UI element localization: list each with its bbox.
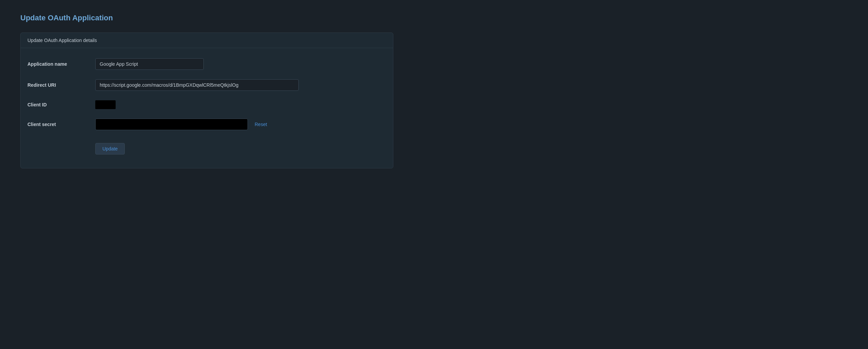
client-secret-input[interactable]	[95, 119, 248, 130]
page-title: Update OAuth Application	[20, 14, 848, 22]
app-name-input[interactable]	[95, 58, 204, 70]
redirect-uri-input[interactable]	[95, 79, 299, 91]
update-button[interactable]: Update	[95, 143, 125, 155]
client-id-redacted	[95, 100, 116, 109]
app-name-label: Application name	[27, 61, 95, 67]
client-id-row: Client ID	[27, 100, 386, 109]
card-body: Application name Redirect URI Client ID …	[21, 48, 393, 168]
client-secret-label: Client secret	[27, 122, 95, 127]
app-name-row: Application name	[27, 58, 386, 70]
oauth-card: Update OAuth Application details Applica…	[20, 33, 393, 168]
redirect-uri-label: Redirect URI	[27, 82, 95, 88]
client-id-label: Client ID	[27, 102, 95, 107]
card-header: Update OAuth Application details	[21, 33, 393, 48]
redirect-uri-row: Redirect URI	[27, 79, 386, 91]
client-secret-row: Client secret Reset	[27, 119, 386, 130]
reset-button[interactable]: Reset	[255, 122, 267, 127]
client-secret-controls: Reset	[95, 119, 267, 130]
